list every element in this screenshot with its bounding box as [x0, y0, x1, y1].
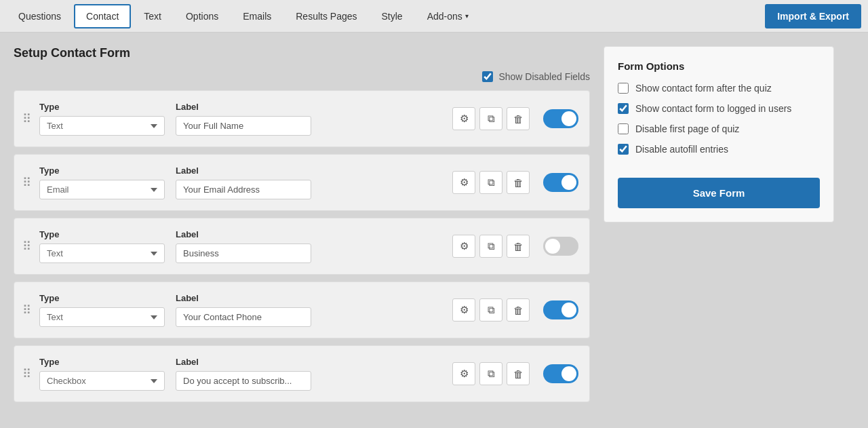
row-toggle[interactable]: [543, 109, 578, 128]
copy-button[interactable]: ⧉: [479, 171, 502, 194]
label-column: Label: [176, 357, 311, 391]
type-select[interactable]: Text: [39, 244, 165, 263]
copy-icon: ⧉: [488, 113, 495, 125]
copy-button[interactable]: ⧉: [479, 235, 502, 258]
copy-button[interactable]: ⧉: [479, 362, 502, 385]
drag-handle-icon[interactable]: ⠿: [22, 366, 31, 381]
left-panel: Setup Contact Form Show Disabled Fields …: [14, 46, 590, 409]
label-label: Label: [176, 102, 311, 112]
label-column: Label: [176, 166, 311, 199]
tab-style[interactable]: Style: [370, 5, 414, 28]
drag-handle-icon[interactable]: ⠿: [22, 175, 31, 190]
option-item: Show contact form to logged in users: [618, 103, 820, 114]
main-layout: Setup Contact Form Show Disabled Fields …: [0, 33, 868, 423]
label-column: Label: [176, 102, 311, 136]
label-input[interactable]: [176, 116, 311, 136]
option-label-2: Show contact form to logged in users: [635, 103, 791, 114]
form-row: ⠿ Type Text Label ⚙ ⧉ 🗑: [14, 281, 590, 338]
type-column: Type Text: [39, 293, 165, 327]
label-label: Label: [176, 166, 311, 176]
label-input[interactable]: [176, 244, 311, 263]
copy-icon: ⧉: [488, 368, 495, 380]
settings-button[interactable]: ⚙: [452, 171, 475, 194]
label-input[interactable]: [176, 307, 311, 327]
settings-button[interactable]: ⚙: [452, 107, 475, 130]
gear-icon: ⚙: [460, 113, 469, 125]
type-label: Type: [39, 293, 165, 303]
label-label: Label: [176, 229, 311, 239]
right-panel: Form Options Show contact form after the…: [604, 46, 834, 409]
option-checkbox-1[interactable]: [618, 83, 629, 94]
settings-button[interactable]: ⚙: [452, 362, 475, 385]
tab-add-ons[interactable]: Add-ons ▾: [416, 5, 480, 28]
option-label-4: Disable autofill entries: [635, 144, 728, 155]
gear-icon: ⚙: [460, 304, 469, 316]
trash-icon: 🗑: [513, 177, 524, 189]
option-checkbox-2[interactable]: [618, 103, 629, 114]
row-actions: ⚙ ⧉ 🗑: [452, 107, 530, 130]
gear-icon: ⚙: [460, 240, 469, 252]
delete-button[interactable]: 🗑: [507, 362, 530, 385]
label-label: Label: [176, 293, 311, 303]
tab-contact[interactable]: Contact: [74, 4, 131, 28]
trash-icon: 🗑: [513, 113, 524, 125]
row-actions: ⚙ ⧉ 🗑: [452, 362, 530, 385]
field-group: Type Text Label: [39, 293, 439, 327]
save-form-button[interactable]: Save Form: [618, 178, 820, 208]
delete-button[interactable]: 🗑: [507, 235, 530, 258]
row-actions: ⚙ ⧉ 🗑: [452, 298, 530, 322]
drag-handle-icon[interactable]: ⠿: [22, 111, 31, 126]
row-toggle[interactable]: [543, 364, 578, 383]
row-toggle[interactable]: [543, 173, 578, 192]
toggle-wrapper: [543, 237, 578, 256]
type-label: Type: [39, 229, 165, 239]
copy-button[interactable]: ⧉: [479, 298, 502, 322]
row-toggle[interactable]: [543, 237, 578, 256]
gear-icon: ⚙: [460, 368, 469, 380]
type-label: Type: [39, 166, 165, 176]
tab-emails[interactable]: Emails: [231, 5, 283, 28]
option-checkbox-3[interactable]: [618, 123, 629, 134]
tab-options[interactable]: Options: [174, 5, 230, 28]
toggle-wrapper: [543, 300, 578, 319]
drag-handle-icon[interactable]: ⠿: [22, 303, 31, 317]
drag-handle-icon[interactable]: ⠿: [22, 239, 31, 254]
option-checkbox-4[interactable]: [618, 144, 629, 155]
option-item: Disable first page of quiz: [618, 123, 820, 134]
type-select[interactable]: Checkbox: [39, 371, 165, 391]
chevron-down-icon: ▾: [465, 12, 469, 20]
form-row: ⠿ Type Text Label ⚙ ⧉ 🗑: [14, 218, 590, 275]
row-toggle[interactable]: [543, 300, 578, 319]
type-select[interactable]: Text: [39, 116, 165, 136]
delete-button[interactable]: 🗑: [507, 171, 530, 194]
copy-icon: ⧉: [488, 240, 495, 252]
type-column: Type Checkbox: [39, 357, 165, 391]
delete-button[interactable]: 🗑: [507, 298, 530, 322]
form-row: ⠿ Type Text Label ⚙ ⧉ 🗑: [14, 90, 590, 147]
delete-button[interactable]: 🗑: [507, 107, 530, 130]
tab-results-pages[interactable]: Results Pages: [284, 5, 368, 28]
settings-button[interactable]: ⚙: [452, 298, 475, 322]
label-input[interactable]: [176, 180, 311, 199]
toggle-wrapper: [543, 364, 578, 383]
field-group: Type Text Label: [39, 229, 439, 263]
tab-questions[interactable]: Questions: [7, 5, 73, 28]
toggle-wrapper: [543, 173, 578, 192]
show-disabled-row: Show Disabled Fields: [14, 71, 590, 82]
type-select[interactable]: Email: [39, 180, 165, 199]
copy-button[interactable]: ⧉: [479, 107, 502, 130]
form-options-card: Form Options Show contact form after the…: [604, 46, 834, 222]
toggle-wrapper: [543, 109, 578, 128]
type-select[interactable]: Text: [39, 307, 165, 327]
settings-button[interactable]: ⚙: [452, 235, 475, 258]
type-label: Type: [39, 102, 165, 112]
tab-text[interactable]: Text: [132, 5, 173, 28]
type-column: Type Text: [39, 102, 165, 136]
page-title: Setup Contact Form: [14, 46, 590, 60]
import-export-button[interactable]: Import & Export: [765, 4, 861, 28]
label-input[interactable]: [176, 371, 311, 391]
type-column: Type Email: [39, 166, 165, 199]
label-label: Label: [176, 357, 311, 367]
show-disabled-checkbox[interactable]: [482, 71, 493, 82]
copy-icon: ⧉: [488, 304, 495, 316]
